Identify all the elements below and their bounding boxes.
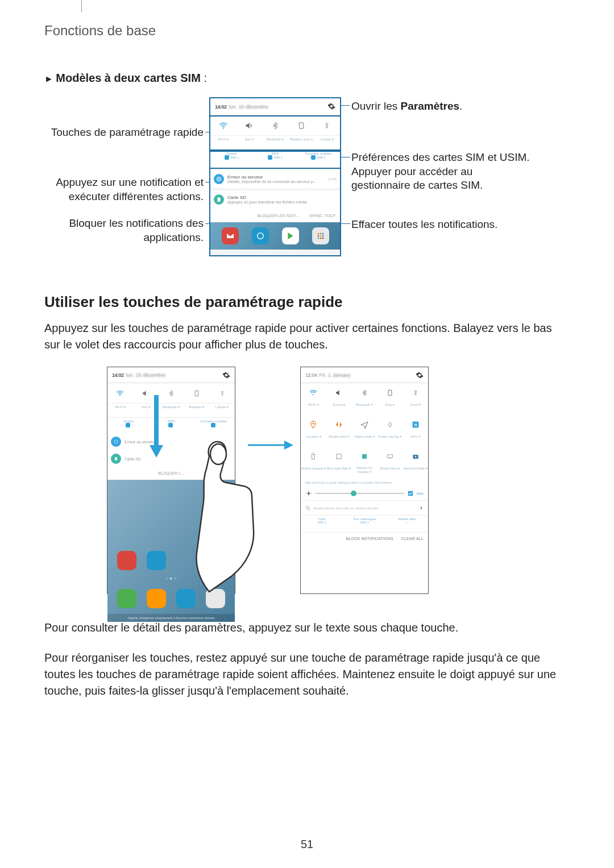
qs-mobile-data[interactable] [326, 415, 352, 434]
messages-app-icon[interactable] [147, 589, 166, 608]
qs-label[interactable]: Smart View ▾ [377, 466, 403, 479]
sim-data[interactable]: Données mobiles SIM 1 [297, 150, 340, 168]
brightness-slider[interactable] [316, 493, 404, 494]
qs-label[interactable]: NFC ▾ [403, 434, 428, 447]
apps-drawer-icon[interactable] [206, 589, 225, 608]
qs-hotspot[interactable] [301, 447, 326, 466]
mail-app-icon[interactable] [117, 551, 136, 570]
callout-notification-tap: Appuyez sur une notification et exécuter… [5, 176, 204, 203]
sim-preferences-row[interactable]: CallsSIM 1 Text messagesSIM 1 Mobile dat… [301, 515, 428, 532]
svg-text:N: N [414, 423, 417, 427]
qs-bluetooth[interactable] [262, 115, 288, 135]
qs-power-saving[interactable] [377, 415, 403, 434]
qs-label[interactable]: Flight mode ▾ [352, 434, 377, 447]
qs-label[interactable]: Wi-Fi ▾ [210, 136, 237, 149]
torch-icon [413, 388, 418, 397]
airplane-icon [360, 421, 369, 429]
svg-point-0 [223, 127, 224, 128]
qs-label[interactable]: Lampe ▾ [314, 136, 340, 149]
apps-drawer-icon[interactable] [312, 227, 329, 244]
phone-mockup-after: 12:04 Fri. 1 January Wi-Fi ▾ Sound ▾ Blu… [300, 367, 429, 594]
qs-label[interactable]: Sound ▾ [326, 402, 352, 415]
clear-all-button[interactable]: CLEAR ALL [401, 537, 424, 541]
sim-data[interactable]: Données mobiles [192, 418, 235, 432]
qs-sound[interactable] [326, 383, 352, 402]
qs-label[interactable]: Rotation auto ▾ [288, 136, 314, 149]
qs-sound[interactable] [237, 115, 263, 135]
notification-item[interactable]: Carte SD [107, 451, 235, 466]
slider-thumb[interactable] [351, 491, 356, 496]
qs-label[interactable]: Wi-Fi ▾ [301, 402, 326, 415]
sim-preferences-row[interactable]: Appels SMS Données mobiles [107, 417, 235, 432]
qs-label[interactable]: Secure Folder ▾ [403, 466, 428, 479]
phone-mockup-1: 14:02 lun. 15 décembre Wi-Fi ▾ Son ▾ Blu… [209, 97, 341, 256]
qs-torch[interactable] [209, 383, 235, 403]
callout-line-2: Appuyer pour accéder au [351, 165, 530, 179]
svg-point-10 [317, 238, 319, 239]
sim-data[interactable]: Mobile data— [385, 516, 428, 532]
qs-label[interactable]: Auto ▾ [377, 402, 403, 415]
qs-torch[interactable] [314, 115, 340, 135]
qs-label[interactable]: Location ▾ [301, 434, 326, 447]
qs-wifi[interactable] [107, 383, 133, 403]
qs-labels-3: Mobile hotspot ▾ Blue light filter ▾ Alw… [301, 466, 428, 479]
qs-label[interactable]: Wi-Fi ▾ [107, 404, 133, 417]
qs-wifi[interactable] [301, 383, 326, 402]
mic-icon[interactable] [419, 505, 424, 511]
qs-torch[interactable] [403, 383, 428, 402]
sim-sms[interactable]: SMS SIM 1 [254, 150, 297, 168]
qs-label[interactable]: Bluetooth ▾ [352, 402, 377, 415]
notification-item[interactable]: Carte SD Appuyez ici pour transférer les… [210, 190, 340, 209]
clear-all-button[interactable]: EFFAC. TOUT [310, 214, 335, 218]
phone-app-icon[interactable] [117, 589, 136, 608]
sim-preferences-row[interactable]: Appels SIM 1 SMS SIM 1 Données mobiles S… [210, 149, 340, 168]
subheader-bold: Modèles à deux cartes SIM [56, 72, 201, 84]
notification-item[interactable]: Erreur du serveur Détails, impossible de… [210, 170, 340, 188]
qs-label[interactable]: Bluetooth ▾ [262, 136, 288, 149]
block-notifs-button[interactable]: BLOCK NOTIFICATIONS [346, 537, 393, 541]
callout-line-1: Appuyez sur une notification et [5, 176, 204, 190]
gear-icon[interactable] [416, 371, 424, 379]
qs-label[interactable]: Mobile data ▾ [326, 434, 352, 447]
qs-bluelight[interactable] [326, 447, 352, 466]
sim-calls[interactable]: CallsSIM 1 [301, 516, 343, 532]
gear-icon[interactable] [327, 102, 335, 110]
sim-calls[interactable]: Appels SIM 1 [210, 150, 254, 168]
svg-point-11 [320, 238, 321, 239]
callout-line-1: Bloquer les notifications des [5, 217, 204, 231]
qs-label[interactable]: Lampe ▾ [209, 404, 235, 417]
qs-label[interactable]: Son ▾ [237, 136, 263, 149]
browser-app-icon[interactable] [147, 551, 166, 570]
qs-label[interactable]: Blue light filter ▾ [326, 466, 352, 479]
qs-smartview[interactable] [377, 447, 403, 466]
mail-app-icon[interactable] [222, 227, 239, 244]
qs-nfc[interactable]: N [403, 415, 428, 434]
qs-rotation[interactable] [288, 115, 314, 135]
qs-label[interactable]: Mobile hotspot ▾ [301, 466, 326, 479]
block-notifs-button[interactable]: BLOQUER L... [158, 471, 184, 475]
qs-aod[interactable] [352, 447, 377, 466]
notification-item[interactable]: Erreur du serveur [107, 434, 235, 449]
play-store-icon[interactable] [282, 227, 299, 244]
qs-wifi[interactable] [210, 115, 237, 135]
qs-label[interactable]: Power saving ▾ [377, 434, 403, 447]
qs-rotation[interactable] [377, 383, 403, 402]
sim-sms[interactable]: Text messagesSIM 1 [343, 516, 386, 532]
checkbox-icon[interactable] [408, 491, 413, 496]
block-notifs-button[interactable]: BLOQUER LES NOTI... [258, 214, 300, 218]
gear-icon[interactable] [222, 371, 230, 379]
qs-bluetooth[interactable] [352, 383, 377, 402]
qs-secure-folder[interactable] [403, 447, 428, 466]
qs-rotation[interactable] [184, 383, 209, 403]
qs-location[interactable] [301, 415, 326, 434]
leaf-icon [387, 420, 393, 429]
search-row[interactable]: Search phone and scan for nearby devices [301, 500, 428, 515]
qs-label[interactable]: Always On Display ▾ [352, 466, 377, 479]
qs-flight-mode[interactable] [352, 415, 377, 434]
internet-app-icon[interactable] [176, 589, 196, 608]
svg-point-7 [317, 235, 319, 237]
browser-app-icon[interactable] [252, 227, 269, 244]
qs-label[interactable]: Rotation ▾ [184, 404, 209, 417]
sim-calls[interactable]: Appels [107, 418, 150, 432]
qs-label[interactable]: Torch ▾ [403, 402, 428, 415]
